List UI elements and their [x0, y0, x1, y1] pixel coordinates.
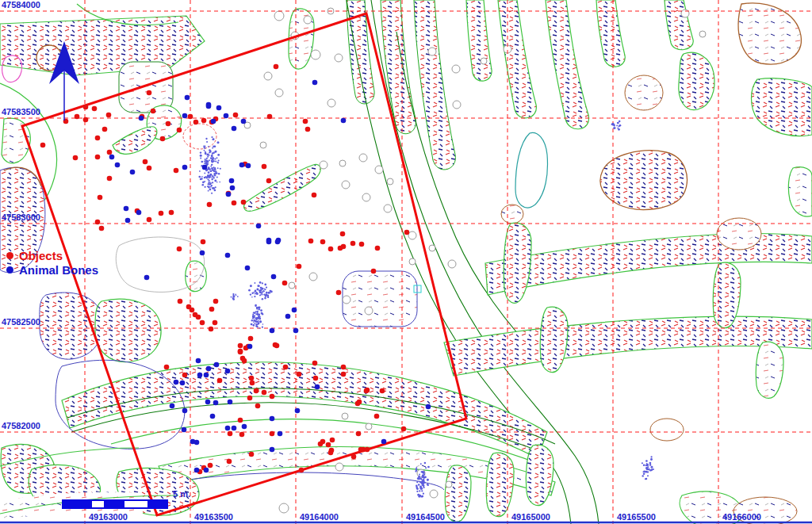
animal-bone-point	[214, 362, 220, 368]
object-point	[330, 438, 335, 443]
animal-bone-point	[247, 344, 253, 350]
object-point	[227, 459, 232, 465]
animal-bone-point	[139, 116, 144, 121]
animal-bone-point	[206, 366, 212, 372]
animal-bone-point	[197, 373, 203, 378]
object-point	[73, 155, 79, 161]
object-point	[249, 452, 255, 457]
object-point	[83, 105, 89, 110]
object-point	[248, 336, 254, 342]
animal-bone-point	[170, 404, 175, 409]
object-point	[262, 164, 267, 170]
animal-bone-point	[125, 218, 131, 224]
animal-bone-point	[312, 80, 318, 86]
object-point	[147, 217, 152, 223]
object-point	[313, 376, 319, 381]
animal-bone-point	[426, 404, 431, 410]
legend-item-animal-bones: Animal Bones	[6, 262, 98, 277]
object-point	[95, 220, 101, 225]
object-point	[190, 308, 195, 313]
object-point	[151, 109, 156, 114]
animal-bone-point	[136, 210, 142, 216]
animal-bone-point	[256, 224, 262, 229]
animal-bone-point	[292, 308, 297, 313]
animal-bone-point	[174, 380, 179, 385]
animal-bone-point	[109, 155, 115, 160]
animal-bone-point	[206, 104, 212, 109]
object-point	[106, 113, 112, 118]
gis-map: 4916300049163500491640004916450049165000…	[0, 0, 812, 524]
animal-bone-point	[266, 239, 272, 245]
grid-label-easting: 49163000	[89, 512, 128, 522]
object-point	[351, 454, 357, 460]
bone-speckle-clusters	[198, 120, 654, 498]
object-point	[164, 365, 170, 370]
object-point	[356, 431, 362, 437]
object-point	[262, 390, 267, 396]
scale-bar-body	[62, 499, 168, 509]
animal-bone-point	[285, 314, 291, 319]
animal-bone-point	[182, 113, 188, 119]
object-point	[249, 376, 255, 381]
objects-dot-icon	[6, 252, 13, 259]
object-point	[169, 210, 174, 216]
object-point	[297, 372, 302, 377]
object-point	[341, 244, 347, 250]
object-point	[359, 242, 365, 247]
object-point	[375, 246, 381, 251]
animal-bone-point	[270, 447, 275, 453]
animal-bone-point	[381, 439, 387, 445]
legend: Objects Animal Bones	[6, 248, 98, 277]
object-point	[250, 381, 255, 386]
animal-bones-dot-icon	[6, 266, 13, 273]
animal-bone-point	[182, 165, 188, 170]
object-point	[328, 450, 334, 456]
object-point	[297, 264, 302, 270]
object-point	[40, 143, 46, 148]
object-point	[238, 418, 243, 423]
animal-bone-point	[196, 358, 201, 364]
object-point	[95, 155, 101, 160]
object-point	[273, 342, 278, 348]
object-point	[355, 401, 361, 407]
animal-bone-point	[225, 253, 231, 258]
object-point	[239, 432, 245, 438]
animal-bone-point	[225, 369, 231, 374]
animal-bone-point	[115, 163, 121, 168]
object-point	[401, 426, 407, 432]
object-point	[75, 114, 80, 120]
object-point	[318, 442, 324, 447]
object-point	[201, 239, 206, 245]
animal-bone-point	[295, 408, 301, 414]
object-point	[340, 231, 346, 237]
animal-bone-point	[182, 427, 187, 433]
animal-bone-point	[270, 328, 275, 334]
animal-bone-point	[204, 373, 209, 378]
object-point	[201, 118, 207, 124]
object-point	[98, 195, 103, 201]
grid-label-easting: 49164000	[300, 512, 339, 522]
object-point	[283, 365, 289, 370]
object-point	[83, 117, 89, 123]
object-point	[312, 193, 317, 198]
animal-bone-point	[182, 408, 188, 414]
object-point	[92, 106, 98, 112]
object-point	[209, 307, 215, 312]
animal-bone-point	[213, 400, 219, 406]
object-point	[147, 166, 152, 171]
animal-bone-point	[242, 424, 247, 430]
grid-label-northing: 47584000	[2, 0, 40, 10]
grid-label-northing: 47583000	[2, 212, 40, 222]
animal-bone-point	[202, 165, 208, 170]
object-point	[232, 201, 237, 206]
grid-label-easting: 49164500	[406, 512, 445, 522]
object-point	[166, 121, 171, 127]
animal-bone-point	[230, 186, 236, 191]
object-point	[358, 447, 364, 453]
object-point	[95, 136, 101, 141]
grid-label-easting: 49163500	[194, 512, 233, 522]
object-point	[365, 447, 370, 453]
object-point	[336, 290, 342, 296]
object-point	[196, 315, 201, 320]
object-point	[228, 431, 233, 437]
